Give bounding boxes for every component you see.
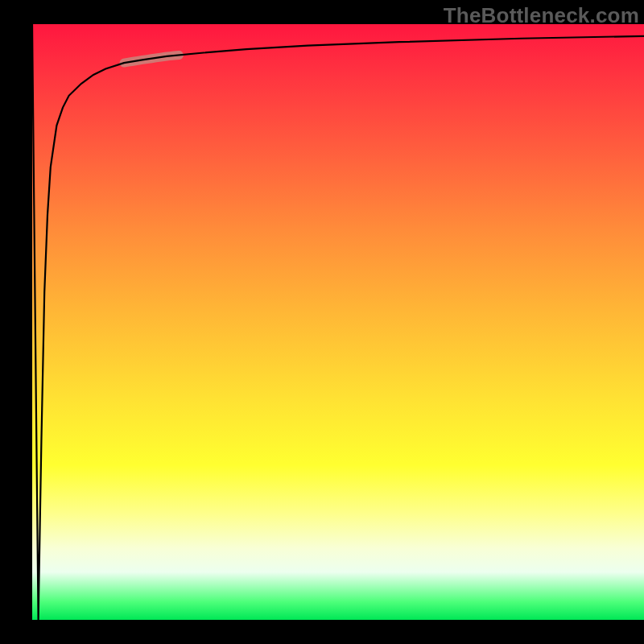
bottleneck-curve-path: [32, 24, 644, 620]
chart-frame: TheBottleneck.com: [0, 0, 644, 644]
bottleneck-curve-svg: [32, 24, 644, 620]
